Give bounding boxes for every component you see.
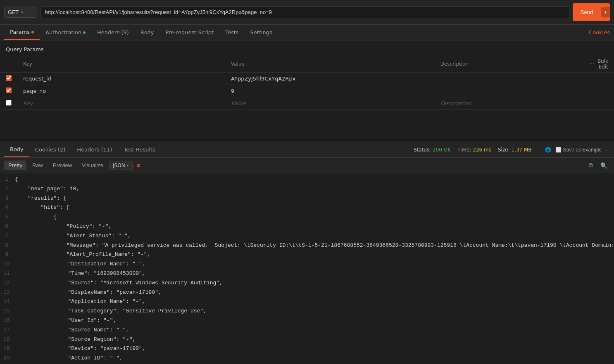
line-number: 9 — [0, 251, 15, 259]
line-content: "User Id": "-", — [17, 317, 614, 325]
globe-icon-btn[interactable]: 🌐 — [545, 147, 551, 153]
params-tab-label: Params — [10, 29, 30, 35]
search-icon: 🔍 — [600, 162, 607, 169]
send-dropdown-arrow[interactable]: ▾ — [601, 7, 610, 17]
tab-headers[interactable]: Headers (9) — [91, 25, 135, 40]
visualize-button[interactable]: Visualize — [78, 161, 107, 170]
save-example-label: Save as Example — [563, 147, 602, 153]
resp-headers-label: Headers (11) — [77, 147, 112, 153]
json-line: 6 "Policy": "-", — [0, 222, 614, 232]
tab-prerequest[interactable]: Pre-request Script — [160, 25, 220, 40]
send-button[interactable]: Send ▾ — [573, 3, 610, 21]
line-content: "next_page": 10, — [15, 185, 614, 194]
pretty-button[interactable]: Pretty — [4, 161, 26, 170]
line-content: { — [15, 213, 614, 222]
tab-settings[interactable]: Settings — [245, 25, 278, 40]
line-number: 1 — [0, 175, 15, 184]
authorization-dot — [83, 31, 86, 34]
method-label: GET — [8, 9, 19, 15]
params-section: Query Params Key Value Description ··· B… — [0, 40, 614, 139]
placeholder-key: Key — [23, 100, 33, 106]
line-content: "DisplayName": "pavan-17190", — [17, 288, 614, 297]
key-column-header: Key — [17, 56, 225, 73]
time-label: Time: 226 ms — [457, 147, 491, 153]
send-label: Send — [573, 6, 601, 18]
resp-tab-headers[interactable]: Headers (11) — [71, 142, 118, 157]
resp-actions: 🌐 ⬜ Save as Example ··· — [545, 147, 610, 153]
json-line: 17 "Source Name": "-", — [0, 326, 614, 335]
param-checkbox-empty[interactable] — [6, 100, 12, 106]
save-example-button[interactable]: ⬜ Save as Example — [555, 147, 602, 153]
line-content: "Source Region": "-", — [17, 336, 614, 344]
tab-authorization[interactable]: Authorization — [40, 25, 91, 40]
time-value: 226 ms — [473, 147, 491, 153]
tab-tests[interactable]: Tests — [219, 25, 244, 40]
line-number: 4 — [0, 203, 15, 212]
status-value: 200 OK — [433, 147, 451, 153]
json-line: 20 "Action ID": "-", — [0, 354, 614, 363]
line-number: 17 — [0, 326, 17, 335]
line-number: 16 — [0, 317, 17, 325]
size-label: Size: 1.37 MB — [498, 147, 532, 153]
line-content: "hits": [ — [15, 203, 614, 212]
bulk-edit-button[interactable]: Bulk Edit — [597, 58, 608, 70]
line-content: "Task Category": "Sensitive Privilege Us… — [17, 307, 614, 316]
param-checkbox-1[interactable] — [6, 75, 12, 81]
method-chevron: ▾ — [21, 10, 23, 14]
size-value: 1.37 MB — [511, 147, 531, 153]
more-options-button[interactable]: ··· — [606, 147, 610, 153]
line-number: 6 — [0, 222, 15, 231]
format-chevron: ▾ — [127, 163, 129, 168]
description-column-header: Description — [435, 56, 584, 73]
copy-button[interactable]: ⧉ — [586, 160, 595, 170]
line-content: { — [15, 175, 614, 184]
resp-test-results-label: Test Results — [124, 147, 155, 153]
table-row-empty: Key Value Description — [0, 97, 614, 110]
raw-button[interactable]: Raw — [28, 161, 47, 170]
json-line: 14 "Application Name": "-", — [0, 297, 614, 307]
line-content: "Action ID": "-", — [17, 354, 614, 363]
line-content: "Policy": "-", — [15, 222, 614, 231]
params-table: Key Value Description ··· Bulk Edit requ… — [0, 56, 614, 110]
method-selector[interactable]: GET ▾ — [4, 7, 37, 18]
json-line: 11 "Time": "1693908453000", — [0, 269, 614, 279]
tab-body[interactable]: Body — [135, 25, 160, 40]
json-viewer[interactable]: 1{2 "next_page": 10,3 "results": {4 "hit… — [0, 173, 614, 364]
placeholder-desc: Description — [440, 100, 471, 106]
resp-tab-cookies[interactable]: Cookies (2) — [29, 142, 71, 157]
search-button[interactable]: 🔍 — [598, 161, 610, 170]
json-line: 16 "User Id": "-", — [0, 316, 614, 326]
line-content: "Message": "A privileged service was cal… — [15, 241, 614, 250]
url-bar: GET ▾ Send ▾ — [0, 0, 614, 25]
line-content: "Alert_Profile_Name": "-", — [15, 251, 614, 259]
tab-params[interactable]: Params — [4, 25, 40, 40]
format-select[interactable]: JSON ▾ — [109, 161, 133, 170]
url-input[interactable] — [40, 6, 569, 18]
body-tab-label: Body — [140, 29, 154, 35]
line-content: "results": { — [15, 194, 614, 203]
tests-tab-label: Tests — [225, 29, 238, 35]
format-right-actions: ⧉ 🔍 — [586, 160, 610, 170]
wrap-toggle-button[interactable]: ≡ — [134, 161, 143, 170]
json-line: 8 "Message": "A privileged service was c… — [0, 241, 614, 251]
param-checkbox-2[interactable] — [6, 87, 12, 93]
json-line: 15 "Task Category": "Sensitive Privilege… — [0, 307, 614, 316]
param-key-1: request_id — [23, 76, 51, 82]
resp-tab-body[interactable]: Body — [4, 142, 29, 157]
json-line: 7 "Alert_Status": "-", — [0, 232, 614, 241]
line-number: 3 — [0, 194, 15, 203]
ellipsis-icon: ··· — [589, 61, 594, 67]
line-content: "Device": "pavan-17190", — [17, 345, 614, 353]
json-line: 1{ — [0, 175, 614, 184]
line-number: 13 — [0, 288, 17, 297]
json-line: 13 "DisplayName": "pavan-17190", — [0, 288, 614, 298]
resp-cookies-label: Cookies (2) — [35, 147, 65, 153]
cookies-link[interactable]: Cookies — [589, 29, 610, 35]
preview-button[interactable]: Preview — [49, 161, 76, 170]
save-icon: ⬜ — [555, 147, 562, 153]
line-content: "Alert_Status": "-", — [15, 232, 614, 241]
line-content: "Destination Name": "-", — [17, 260, 614, 269]
resp-tab-test-results[interactable]: Test Results — [118, 142, 161, 157]
line-content: "Source": "Microsoft-Windows-Security-Au… — [17, 279, 614, 288]
table-row: page_no 9 — [0, 85, 614, 97]
